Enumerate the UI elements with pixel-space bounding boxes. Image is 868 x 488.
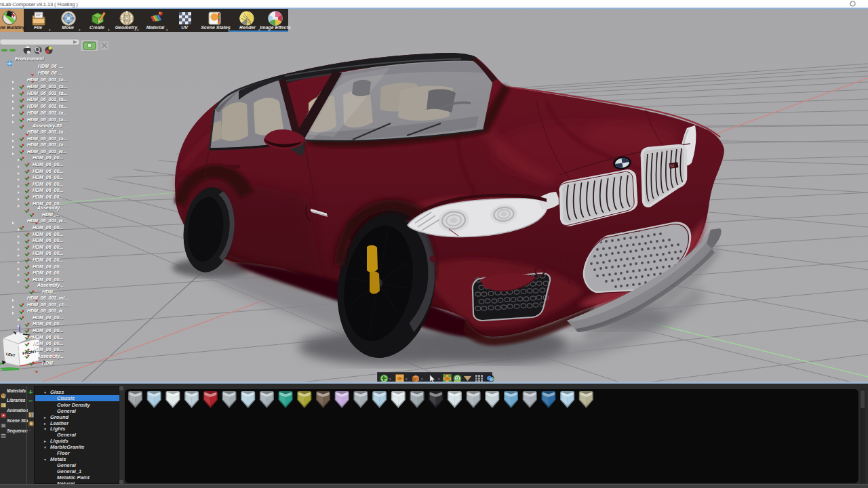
svg-text:M: M: [670, 163, 675, 169]
